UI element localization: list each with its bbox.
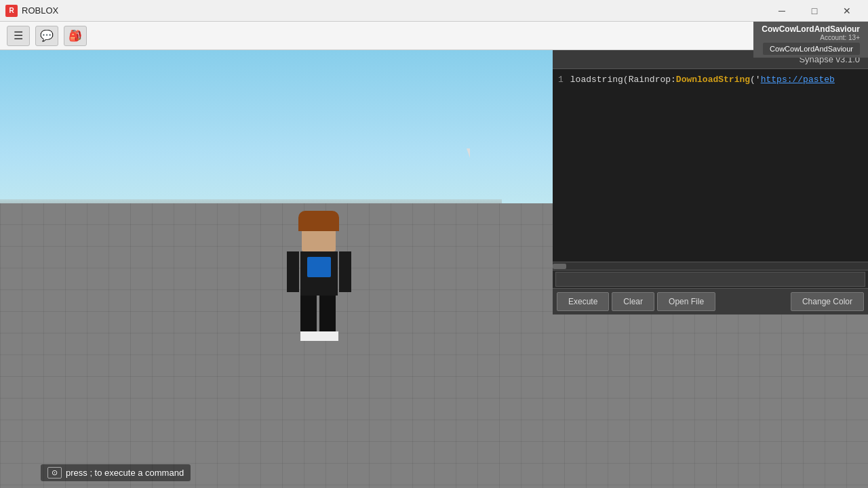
command-hint: ⊙ press ; to execute a command [41, 464, 191, 481]
maximize-button[interactable]: □ [799, 1, 830, 20]
bag-button[interactable]: 🎒 [64, 26, 87, 46]
char-shirt [307, 257, 331, 277]
toolbar: ☰ 💬 🎒 [0, 22, 868, 50]
account-panel: CowCowLordAndSaviour Account: 13+ CowCow… [753, 22, 868, 58]
char-torso-area [285, 251, 353, 296]
close-button[interactable]: ✕ [831, 1, 863, 20]
char-body [300, 251, 338, 296]
code-url: https://pasteb [761, 75, 835, 85]
account-info: Account: 13+ [820, 34, 860, 41]
line-number: 1 [558, 75, 564, 85]
char-leg-right-upper [319, 296, 336, 333]
title-bar: R ROBLOX ─ □ ✕ [0, 0, 868, 22]
char-legs [300, 296, 338, 341]
char-foot-left [300, 331, 319, 341]
player-character [285, 221, 353, 357]
title-bar-left: R ROBLOX [5, 5, 58, 17]
roblox-logo: R [5, 5, 18, 17]
change-color-button[interactable]: Change Color [791, 292, 864, 311]
game-viewport: ⊙ press ; to execute a command Synapse v… [0, 50, 868, 488]
char-foot-right [319, 331, 338, 341]
chat-button[interactable]: 💬 [35, 26, 58, 46]
code-editor[interactable]: 1loadstring(Raindrop:DownloadString('htt… [553, 69, 868, 262]
semicolon-icon: ⊙ [47, 467, 62, 479]
minimize-button[interactable]: ─ [766, 1, 797, 20]
script-input[interactable] [555, 272, 865, 287]
char-leg-left [300, 296, 319, 341]
title-bar-controls: ─ □ ✕ [766, 1, 863, 20]
char-leg-left-upper [300, 296, 317, 333]
account-username: CowCowLordAndSaviour [762, 24, 860, 34]
code-method: DownloadString [676, 75, 750, 85]
char-arm-right [339, 251, 351, 292]
clear-button[interactable]: Clear [612, 292, 654, 311]
scrollbar-thumb[interactable] [553, 264, 566, 269]
execute-button[interactable]: Execute [557, 292, 609, 311]
code-function: loadstring(Raindrop: [570, 75, 676, 85]
char-leg-right [319, 296, 338, 341]
char-hair [298, 211, 339, 231]
button-row: Execute Clear Open File Change Color [553, 289, 868, 314]
scrollbar-area[interactable] [553, 262, 868, 270]
char-head [302, 221, 336, 251]
code-paren: (' [750, 75, 761, 85]
char-arm-left [287, 251, 299, 292]
synapse-panel: Synapse v3.1.0 1loadstring(Raindrop:Down… [553, 50, 868, 314]
title-text: ROBLOX [22, 5, 58, 16]
menu-button[interactable]: ☰ [7, 26, 30, 46]
input-bar [553, 270, 868, 289]
hint-text: press ; to execute a command [66, 468, 184, 478]
account-button[interactable]: CowCowLordAndSaviour [763, 43, 860, 55]
open-file-button[interactable]: Open File [657, 292, 715, 311]
